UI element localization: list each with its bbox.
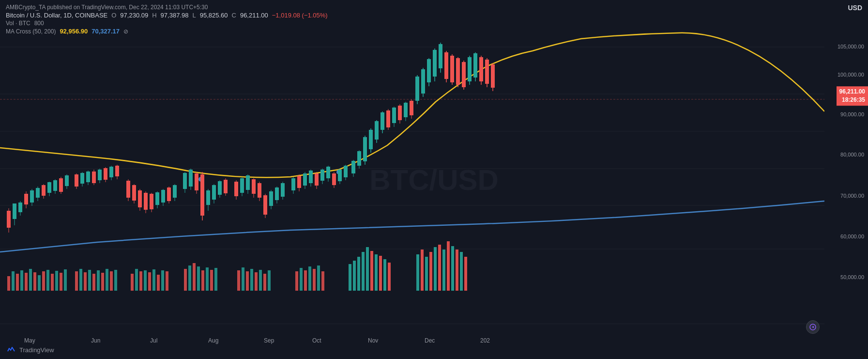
svg-rect-202 bbox=[357, 151, 361, 166]
current-price-tag: 96,211.00 18:26:35 bbox=[837, 86, 868, 106]
svg-rect-68 bbox=[362, 252, 365, 291]
svg-rect-144 bbox=[183, 173, 187, 189]
svg-rect-149 bbox=[195, 173, 198, 190]
svg-rect-17 bbox=[42, 271, 45, 291]
svg-rect-15 bbox=[33, 272, 36, 291]
svg-rect-116 bbox=[92, 172, 96, 183]
main-chart-svg bbox=[0, 0, 824, 337]
svg-rect-44 bbox=[193, 263, 196, 291]
svg-rect-25 bbox=[84, 272, 87, 291]
ma200-value: 70,327.17 bbox=[91, 28, 120, 35]
price-time: 18:26:35 bbox=[839, 96, 865, 104]
svg-rect-75 bbox=[416, 254, 419, 291]
svg-rect-88 bbox=[7, 211, 11, 228]
svg-rect-57 bbox=[268, 270, 271, 291]
svg-rect-64 bbox=[321, 271, 324, 291]
svg-rect-32 bbox=[114, 270, 117, 291]
svg-rect-242 bbox=[473, 53, 477, 78]
nav-button[interactable] bbox=[806, 320, 820, 334]
svg-rect-118 bbox=[98, 170, 102, 180]
svg-rect-61 bbox=[308, 266, 311, 291]
svg-rect-36 bbox=[144, 270, 147, 291]
svg-rect-59 bbox=[300, 268, 303, 291]
svg-rect-50 bbox=[237, 270, 240, 291]
svg-rect-21 bbox=[60, 273, 62, 291]
svg-rect-76 bbox=[421, 250, 424, 291]
svg-rect-134 bbox=[150, 194, 153, 209]
high-label: H bbox=[152, 12, 156, 19]
svg-rect-10 bbox=[12, 271, 15, 291]
svg-rect-42 bbox=[184, 269, 187, 291]
svg-rect-230 bbox=[439, 44, 442, 68]
svg-rect-244 bbox=[479, 57, 483, 81]
svg-rect-106 bbox=[59, 178, 63, 192]
tv-logo-text: TradingView bbox=[19, 346, 54, 354]
svg-rect-238 bbox=[462, 62, 466, 87]
svg-rect-45 bbox=[197, 266, 200, 291]
svg-rect-83 bbox=[451, 246, 454, 291]
svg-rect-51 bbox=[242, 267, 244, 291]
svg-rect-187 bbox=[315, 173, 319, 186]
svg-rect-163 bbox=[240, 178, 244, 193]
svg-rect-22 bbox=[64, 269, 67, 291]
settings-icon[interactable]: ⊘ bbox=[123, 28, 128, 35]
svg-rect-169 bbox=[258, 183, 261, 198]
svg-rect-13 bbox=[25, 273, 28, 291]
svg-rect-23 bbox=[75, 271, 78, 291]
svg-rect-128 bbox=[132, 185, 136, 201]
open-value: 97,230.09 bbox=[120, 12, 148, 19]
svg-rect-81 bbox=[442, 250, 445, 291]
svg-rect-27 bbox=[92, 274, 95, 291]
price-value: 96,211.00 bbox=[839, 88, 865, 96]
change-value: −1,019.08 (−1.05%) bbox=[272, 12, 328, 19]
svg-rect-86 bbox=[464, 257, 467, 291]
svg-rect-38 bbox=[152, 269, 155, 291]
svg-rect-175 bbox=[275, 187, 279, 200]
svg-rect-222 bbox=[415, 77, 419, 101]
svg-rect-78 bbox=[429, 252, 432, 291]
svg-rect-167 bbox=[252, 179, 256, 194]
svg-rect-9 bbox=[7, 276, 10, 291]
published-info: AMBCrypto_TA published on TradingView.co… bbox=[6, 4, 328, 11]
svg-rect-62 bbox=[313, 269, 316, 291]
svg-rect-236 bbox=[456, 58, 460, 85]
svg-rect-208 bbox=[375, 121, 379, 140]
ma50-value: 92,956.90 bbox=[60, 28, 88, 35]
svg-rect-14 bbox=[29, 269, 32, 291]
svg-rect-31 bbox=[110, 271, 113, 291]
svg-rect-12 bbox=[20, 270, 23, 291]
svg-rect-132 bbox=[144, 193, 148, 210]
svg-rect-136 bbox=[155, 192, 159, 205]
svg-rect-102 bbox=[47, 182, 51, 193]
svg-rect-65 bbox=[349, 264, 351, 291]
svg-rect-40 bbox=[161, 270, 164, 291]
close-value: 96,211.00 bbox=[240, 12, 268, 19]
svg-rect-210 bbox=[381, 112, 384, 130]
svg-rect-72 bbox=[379, 256, 382, 291]
svg-rect-67 bbox=[357, 257, 360, 291]
svg-rect-181 bbox=[297, 176, 301, 188]
svg-rect-66 bbox=[353, 261, 356, 291]
x-label-dec: Dec bbox=[425, 337, 435, 344]
svg-rect-189 bbox=[320, 170, 324, 181]
currency-label: USD bbox=[848, 4, 862, 12]
vol-label: Vol · BTC bbox=[6, 20, 30, 27]
svg-rect-185 bbox=[309, 171, 313, 183]
svg-rect-130 bbox=[138, 190, 142, 207]
svg-rect-228 bbox=[433, 50, 437, 77]
svg-rect-79 bbox=[434, 247, 437, 291]
x-label-jul: Jul bbox=[150, 337, 157, 344]
low-value: 95,825.60 bbox=[200, 12, 228, 19]
svg-rect-82 bbox=[447, 241, 450, 291]
svg-rect-53 bbox=[250, 269, 253, 291]
vol-value: 800 bbox=[34, 20, 44, 27]
svg-rect-77 bbox=[425, 257, 428, 291]
svg-rect-200 bbox=[351, 161, 355, 173]
svg-rect-16 bbox=[38, 275, 41, 291]
svg-rect-19 bbox=[51, 274, 54, 291]
svg-rect-171 bbox=[263, 195, 267, 215]
svg-rect-104 bbox=[53, 180, 57, 191]
svg-rect-35 bbox=[139, 271, 142, 291]
svg-rect-151 bbox=[200, 174, 204, 216]
svg-rect-85 bbox=[460, 252, 463, 291]
